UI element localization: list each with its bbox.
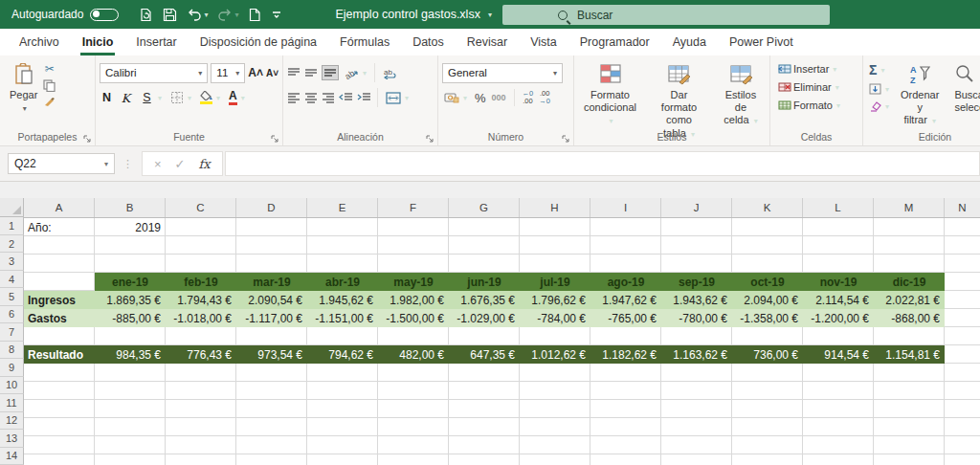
tab-vista[interactable]: Vista <box>519 29 568 55</box>
fill-button[interactable]: ▾ <box>867 82 891 96</box>
align-bottom-icon[interactable] <box>322 65 339 80</box>
col-header-M[interactable]: M <box>874 198 945 217</box>
month-cell[interactable]: mar-19 <box>236 273 307 291</box>
col-header-G[interactable]: G <box>449 198 520 217</box>
row-header-4[interactable]: 4 <box>0 271 24 288</box>
sync-icon[interactable] <box>136 6 156 24</box>
cell-ingresos-label[interactable]: Ingresos <box>24 291 95 309</box>
month-cell[interactable]: may-19 <box>378 273 449 291</box>
ingresos-cell[interactable]: 1.947,62 € <box>590 291 661 309</box>
gastos-cell[interactable]: -1.151,00 € <box>307 309 378 327</box>
undo-dropdown-icon[interactable]: ▾ <box>204 11 208 19</box>
save-icon[interactable] <box>160 6 180 24</box>
col-header-D[interactable]: D <box>236 198 307 217</box>
resultado-cell[interactable]: 647,35 € <box>449 345 520 364</box>
month-cell[interactable]: jun-19 <box>449 273 520 291</box>
ingresos-cell[interactable]: 1.943,62 € <box>661 291 732 309</box>
gastos-cell[interactable]: -1.358,00 € <box>732 309 803 327</box>
autosave-toggle[interactable] <box>90 9 119 21</box>
orientation-button[interactable]: ab ▾ <box>343 66 368 80</box>
formula-input[interactable] <box>225 151 980 176</box>
cell-styles-button[interactable]: Estilos decelda ▾ <box>716 60 766 143</box>
month-cell[interactable]: dic-19 <box>874 273 945 291</box>
gastos-cell[interactable]: -1.500,00 € <box>378 309 449 327</box>
search-box[interactable]: Buscar <box>502 5 830 25</box>
tab-power-pivot[interactable]: Power Pivot <box>718 29 805 55</box>
new-document-icon[interactable] <box>245 6 264 24</box>
fill-color-button[interactable]: ▾ <box>198 90 222 105</box>
ingresos-cell[interactable]: 2.094,00 € <box>732 291 803 309</box>
month-cell[interactable]: ene-19 <box>95 273 166 291</box>
row-header-13[interactable]: 13 <box>0 430 24 447</box>
gastos-cell[interactable]: -765,00 € <box>590 309 661 327</box>
col-header-E[interactable]: E <box>307 198 378 217</box>
ingresos-cell[interactable]: 2.022,81 € <box>874 291 945 309</box>
insert-function-icon[interactable]: fx <box>199 157 211 171</box>
font-color-button[interactable]: A▾ <box>227 89 247 106</box>
resultado-cell[interactable]: 736,00 € <box>732 345 803 364</box>
row-header-6[interactable]: 6 <box>0 306 24 323</box>
align-middle-icon[interactable] <box>304 67 318 78</box>
gastos-cell[interactable]: -885,00 € <box>95 309 166 327</box>
delete-cells-button[interactable]: Eliminar▾ <box>776 80 841 94</box>
name-box[interactable]: Q22 ▾ <box>8 153 115 174</box>
merge-center-button[interactable]: ▾ <box>384 91 411 105</box>
enter-icon[interactable]: ✓ <box>175 157 186 171</box>
font-size-select[interactable]: 11▾ <box>211 63 245 83</box>
sort-filter-button[interactable]: AZ Ordenar yfiltrar ▾ <box>895 60 945 130</box>
shrink-font-icon[interactable]: A˅ <box>266 68 278 78</box>
row-header-1[interactable]: 1 <box>0 217 24 234</box>
tab-insertar[interactable]: Insertar <box>124 29 188 55</box>
gastos-cell[interactable]: -780,00 € <box>661 309 732 327</box>
row-header-12[interactable]: 12 <box>0 412 24 430</box>
grid-cells-area[interactable] <box>24 218 980 465</box>
gastos-cell[interactable]: -1.117,00 € <box>236 309 307 327</box>
month-cell[interactable]: feb-19 <box>166 273 236 291</box>
tab-ayuda[interactable]: Ayuda <box>661 29 718 55</box>
copy-icon[interactable] <box>43 79 56 92</box>
tab-programador[interactable]: Programador <box>568 29 661 55</box>
month-cell[interactable]: nov-19 <box>803 273 874 291</box>
bold-button[interactable]: N <box>100 91 114 104</box>
font-name-select[interactable]: Calibri▾ <box>100 63 208 83</box>
col-header-N[interactable]: N <box>945 198 980 217</box>
format-as-table-button[interactable]: Dar formatocomo tabla ▾ <box>648 60 710 143</box>
resultado-cell[interactable]: 1.182,62 € <box>590 345 661 364</box>
resultado-cell[interactable]: 1.012,62 € <box>520 345 590 364</box>
resultado-cell[interactable]: 973,54 € <box>236 345 307 364</box>
col-header-C[interactable]: C <box>166 198 236 217</box>
row-header-10[interactable]: 10 <box>0 377 24 394</box>
row-header-3[interactable]: 3 <box>0 253 24 270</box>
clear-button[interactable]: ▾ <box>867 100 891 113</box>
undo-icon[interactable]: ▾ <box>184 6 211 24</box>
month-cell[interactable]: oct-19 <box>732 273 803 291</box>
tab-revisar[interactable]: Revisar <box>456 29 519 55</box>
month-cell[interactable]: sep-19 <box>661 273 732 291</box>
month-cell[interactable]: ago-19 <box>590 273 661 291</box>
tab-datos[interactable]: Datos <box>401 29 456 55</box>
month-cell[interactable]: abr-19 <box>307 273 378 291</box>
month-cell[interactable]: jul-19 <box>520 273 590 291</box>
col-header-F[interactable]: F <box>378 198 449 217</box>
resultado-cell[interactable]: 914,54 € <box>803 345 874 364</box>
accounting-format-icon[interactable]: ▾ <box>442 91 469 105</box>
row-header-5[interactable]: 5 <box>0 288 24 305</box>
name-box-dropdown-icon[interactable]: ▾ <box>104 160 108 168</box>
format-painter-icon[interactable] <box>43 96 56 108</box>
col-header-A[interactable]: A <box>24 198 95 217</box>
qat-customize-icon[interactable] <box>268 7 285 22</box>
gastos-cell[interactable]: -1.200,00 € <box>803 309 874 327</box>
row-header-14[interactable]: 14 <box>0 448 24 465</box>
insert-cells-button[interactable]: Insertar▾ <box>776 62 838 76</box>
tab-inicio[interactable]: Inicio <box>71 29 125 55</box>
ingresos-cell[interactable]: 2.090,54 € <box>236 291 307 309</box>
paste-dropdown-icon[interactable]: ▾ <box>23 104 27 114</box>
ingresos-cell[interactable]: 2.114,54 € <box>803 291 874 309</box>
row-header-11[interactable]: 11 <box>0 394 24 411</box>
cell-B1[interactable]: 2019 <box>95 218 166 236</box>
gastos-cell[interactable]: -1.018,00 € <box>166 309 236 327</box>
cancel-icon[interactable]: × <box>154 157 162 171</box>
autosave-control[interactable]: Autoguardado <box>11 8 119 21</box>
underline-button[interactable]: S▾ <box>138 90 164 105</box>
row-header-8[interactable]: 8 <box>0 342 24 359</box>
